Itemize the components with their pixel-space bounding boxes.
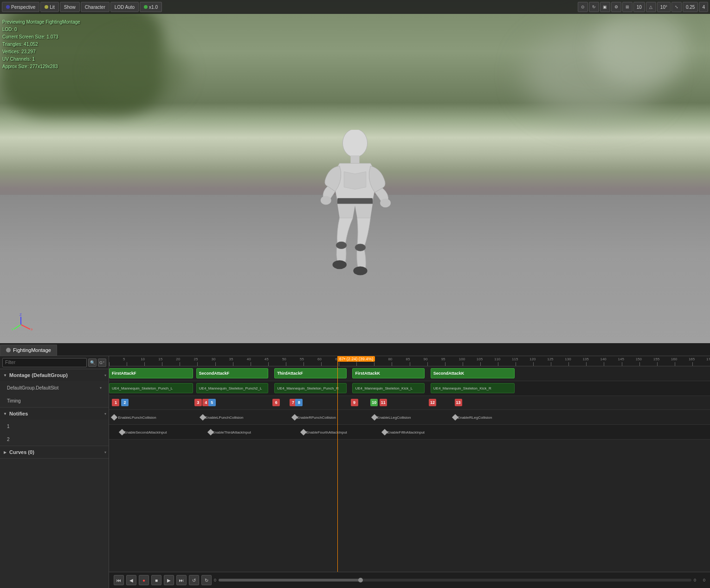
anim-segment[interactable]: UE4_Mannequin_Skeleton_Punch_L [109, 383, 193, 393]
notify-diamond[interactable] [111, 414, 117, 421]
grid-icon-btn[interactable]: ⊞ [622, 2, 633, 12]
num-marker[interactable]: 2 [121, 399, 129, 406]
num-marker[interactable]: 9 [351, 399, 358, 406]
rotate-icon-btn[interactable]: ↻ [589, 2, 599, 12]
svg-point-3 [321, 196, 331, 205]
camera-speed[interactable]: 4 [699, 2, 708, 12]
grid-size[interactable]: 10 [633, 2, 645, 12]
num-marker[interactable]: 3 [194, 399, 202, 406]
scrubber-fill [219, 579, 361, 582]
prev-btn[interactable]: ◀ [126, 575, 136, 585]
notifies-dropdown-arrow: ▾ [104, 412, 106, 416]
lit-btn[interactable]: Lit [40, 2, 59, 12]
scrubber-thumb[interactable] [358, 578, 363, 582]
record-btn[interactable]: ● [139, 575, 149, 585]
notify-label: EnableFourthAttackInput [306, 430, 347, 435]
notify-row-1: EnableLPunchCollisionEnableLPunchCollisi… [109, 410, 710, 425]
montage-segment[interactable]: FirstAttackF [109, 368, 193, 378]
notify-label: EnableLPunchCollision [205, 415, 243, 420]
vertices-stat: Vertices: 23,297 [2, 48, 80, 56]
begin-btn[interactable]: ⏮ [114, 575, 124, 585]
character-label: Character [85, 5, 105, 10]
notifies-section-header[interactable]: ▼ Notifies ▾ [0, 408, 109, 420]
scale-icon-btn[interactable]: ⤡ [671, 2, 682, 12]
num-marker[interactable]: 8 [295, 399, 303, 406]
render-icon-btn[interactable]: ▣ [600, 2, 610, 12]
character-btn[interactable]: Character [81, 2, 110, 12]
svg-point-8 [355, 244, 366, 251]
curves-section-header[interactable]: ▶ Curves (0) ▾ [0, 446, 109, 458]
lod-label: LOD Auto [115, 5, 135, 10]
lit-icon [45, 5, 48, 9]
scale-value[interactable]: 0.25 [683, 2, 698, 12]
svg-rect-1 [351, 155, 360, 163]
play-btn[interactable]: ▶ [164, 575, 174, 585]
num-marker[interactable]: 5 [208, 399, 216, 406]
notify-label: EnableLLegCollision [377, 415, 411, 420]
playback-controls: ⏮ ◀ ● ■ ▶ ⏭ ↺ ↻ 0 0 0 [109, 572, 710, 588]
anim-segment[interactable]: UE4_Mannequin_Skeleton_Kick_R [431, 383, 515, 393]
num-marker[interactable]: 11 [380, 399, 387, 406]
rotation-value[interactable]: 10° [657, 2, 671, 12]
default-slot-label: DefaultGroup.DefaultSlot [7, 385, 100, 390]
notifies-section: ▼ Notifies ▾ 1 2 [0, 408, 109, 446]
perspective-btn[interactable]: Perspective [2, 2, 39, 12]
notify-label: EnableRPunchCollision [297, 415, 336, 420]
speed-btn[interactable]: x1.0 [140, 2, 162, 12]
montage-segment[interactable]: SecondAttackK [431, 368, 515, 378]
notify-1-item[interactable]: 1 [0, 420, 109, 433]
montage-dropdown-arrow: ▾ [104, 373, 106, 377]
num-marker[interactable]: 12 [429, 399, 436, 406]
show-btn[interactable]: Show [60, 2, 80, 12]
notifies-expand-arrow: ▼ [2, 411, 8, 416]
timeline-tracks[interactable]: FirstAttackFSecondAttackFThirdAttackFFir… [109, 366, 710, 572]
curves-expand-arrow: ▶ [2, 449, 8, 455]
playhead-time: 67• [339, 357, 345, 361]
anim-row: UE4_Mannequin_Skeleton_Punch_LUE4_Manneq… [109, 381, 710, 396]
fighting-montage-tab[interactable]: FightingMontage [0, 345, 57, 356]
speed-label: x1.0 [149, 5, 158, 10]
search-icon[interactable]: 🔍 [88, 358, 97, 367]
anim-segment[interactable]: UE4_Mannequin_Skeleton_Kick_L [352, 383, 424, 393]
lod-btn[interactable]: LOD Auto [110, 2, 139, 12]
character-figure [318, 130, 392, 306]
tab-label: FightingMontage [13, 347, 51, 353]
num-marker[interactable]: 1 [112, 399, 119, 406]
timeline-ruler[interactable]: 67• (2.24) (39.4%) 051015202530354045505… [109, 356, 710, 366]
filter-input[interactable] [2, 358, 87, 367]
anim-segment[interactable]: UE4_Mannequin_Skeleton_Punch_R [274, 383, 346, 393]
montage-section-header[interactable]: ▼ Montage (DefaultGroup) ▾ [0, 369, 109, 381]
num-marker[interactable]: 13 [455, 399, 462, 406]
svg-rect-2 [337, 198, 373, 205]
grid-angle-icon[interactable]: △ [646, 2, 656, 12]
stop-btn[interactable]: ■ [151, 575, 161, 585]
loop-btn[interactable]: ↺ [189, 575, 199, 585]
timing-item[interactable]: Timing [0, 394, 109, 407]
scrubber-area[interactable]: 0 0 [214, 578, 696, 582]
svg-point-4 [380, 198, 391, 207]
curves-section-label: Curves (0) [9, 449, 34, 455]
scrubber-bar[interactable] [219, 579, 691, 582]
next-frame-btn[interactable]: ⏭ [176, 575, 187, 585]
notify-2-item[interactable]: 2 [0, 433, 109, 446]
svg-point-5 [333, 260, 347, 269]
viewport-toolbar: Perspective Lit Show Character LOD Auto … [0, 0, 710, 14]
speed-icon [144, 5, 148, 9]
scrubber-end: 0 [694, 578, 696, 582]
camera-icon-btn[interactable]: ⊙ [578, 2, 588, 12]
anim-segment[interactable]: UE4_Mannequin_Skeleton_Punch2_L [196, 383, 268, 393]
num-marker[interactable]: 6 [272, 399, 280, 406]
montage-segment[interactable]: SecondAttackF [196, 368, 268, 378]
montage-segment[interactable]: FirstAttackK [352, 368, 424, 378]
refresh-btn[interactable]: ↻ [201, 575, 212, 585]
uv-channels-stat: UV Channels: 1 [2, 56, 80, 63]
frame-counter: 0 [703, 578, 705, 582]
settings-icon-btn[interactable]: ⚙ [611, 2, 621, 12]
default-slot-item[interactable]: DefaultGroup.DefaultSlot ▾ [0, 381, 109, 394]
show-label: Show [64, 5, 76, 10]
add-icon[interactable]: G⁺ [98, 358, 106, 367]
timing-label: Timing [7, 398, 102, 403]
montage-segment[interactable]: ThirdAttackF [274, 368, 346, 378]
notify-2-label: 2 [7, 437, 102, 442]
num-marker[interactable]: 10 [370, 399, 378, 406]
